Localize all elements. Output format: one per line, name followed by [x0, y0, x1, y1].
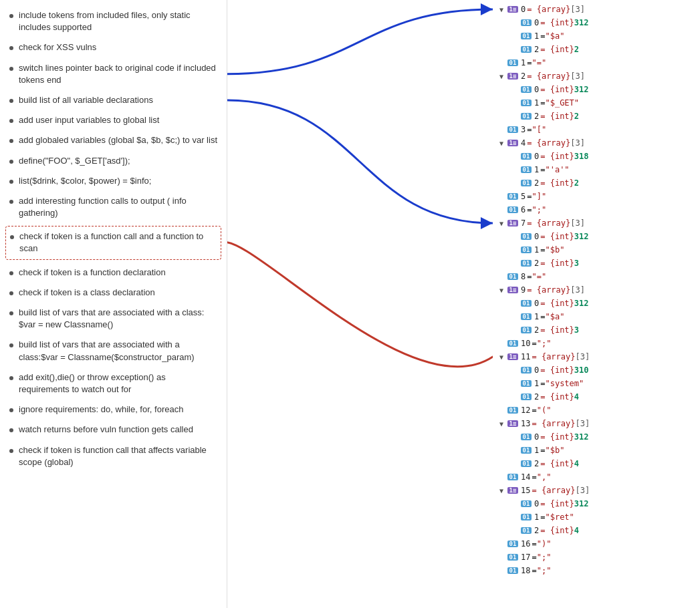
item-6: add globaled variables (global $a, $b, $…	[0, 130, 227, 150]
tree-key: 0	[534, 18, 539, 27]
array-icon: 1≡	[507, 220, 518, 226]
int-icon: 01	[521, 46, 532, 53]
int-icon: 01	[507, 407, 518, 414]
tree-row-28: 011 = "system"	[493, 377, 700, 390]
int-icon: 01	[507, 567, 518, 574]
int-icon: 01	[507, 193, 518, 200]
int-icon: 01	[521, 300, 532, 307]
tree-value: "$b"	[545, 446, 564, 455]
tree-type: = {array}	[532, 419, 575, 428]
tree-row-1: 010 = {int} 312	[493, 16, 700, 29]
tree-key: 14	[521, 472, 530, 482]
tree-key: 2	[534, 459, 539, 468]
tree-row-0: ▼1≡0 = {array} [3]	[493, 3, 700, 16]
tree-value: "$ret"	[545, 512, 574, 522]
tree-row-30: 0112 = "("	[493, 404, 700, 417]
toggle-icon[interactable]: ▼	[499, 73, 507, 80]
tree-type: =	[540, 165, 545, 174]
toggle-icon[interactable]: ▼	[499, 140, 507, 147]
tree-type: = {int}	[540, 499, 574, 508]
toggle-icon[interactable]: ▼	[499, 353, 507, 361]
array-icon: 1≡	[507, 73, 518, 80]
tree-row-9: 013 = "["	[493, 123, 700, 136]
int-icon: 01	[507, 59, 518, 66]
tree-count: [3]	[570, 218, 585, 228]
tree-key: 0	[534, 365, 539, 375]
tree-key: 2	[534, 178, 539, 188]
item-14: build list of vars that are associated w…	[0, 335, 227, 367]
tree-row-41: 0117 = ";"	[493, 551, 700, 564]
tree-type: =	[540, 446, 545, 455]
int-icon: 01	[521, 247, 532, 253]
tree-key: 18	[521, 566, 530, 575]
tree-type: = {int}	[540, 232, 574, 241]
tree-value: 4	[574, 392, 579, 402]
item-9: add interesting function calls to output…	[0, 191, 227, 223]
tree-key: 2	[534, 325, 539, 335]
tree-row-37: 010 = {int} 312	[493, 497, 700, 510]
int-icon: 01	[521, 527, 532, 534]
int-icon: 01	[521, 380, 532, 387]
tree-value: "$_GET"	[545, 98, 579, 108]
tree-row-20: 018 = "="	[493, 270, 700, 283]
int-icon: 01	[521, 460, 532, 467]
toggle-icon[interactable]: ▼	[499, 487, 507, 494]
toggle-icon[interactable]: ▼	[499, 287, 507, 294]
tree-value: 3	[574, 259, 579, 268]
array-icon: 1≡	[507, 140, 518, 146]
int-icon: 01	[507, 554, 518, 561]
toggle-icon[interactable]: ▼	[499, 220, 507, 227]
tree-row-31: ▼1≡13 = {array} [3]	[493, 417, 700, 430]
tree-row-18: 011 = "$b"	[493, 243, 700, 257]
tree-row-6: 010 = {int} 312	[493, 83, 700, 96]
int-icon: 01	[507, 126, 518, 133]
tree-type: = {array}	[527, 285, 570, 295]
tree-key: 1	[534, 165, 539, 174]
tree-row-40: 0116 = ")"	[493, 537, 700, 551]
tree-type: = {int}	[540, 85, 574, 94]
item-13: build list of vars that are associated w…	[0, 303, 227, 335]
int-icon: 01	[521, 180, 532, 186]
int-icon: 01	[521, 327, 532, 333]
tree-row-27: 010 = {int} 310	[493, 363, 700, 377]
middle-area	[227, 0, 493, 608]
tree-value: "system"	[545, 379, 584, 388]
tree-row-11: 010 = {int} 318	[493, 150, 700, 163]
int-icon: 01	[521, 100, 532, 106]
tree-key: 2	[534, 259, 539, 268]
array-icon: 1≡	[507, 420, 518, 427]
tree-value: ")"	[537, 539, 552, 549]
int-icon: 01	[507, 206, 518, 213]
tree-value: 312	[574, 499, 589, 508]
tree-value: 318	[574, 152, 589, 161]
tree-type: = {array}	[532, 486, 575, 495]
toggle-icon[interactable]: ▼	[499, 420, 507, 428]
tree-value: 2	[574, 178, 579, 188]
tree-row-34: 012 = {int} 4	[493, 457, 700, 470]
tree-key: 2	[534, 112, 539, 121]
tree-type: =	[540, 245, 545, 255]
tree-key: 2	[534, 45, 539, 54]
tree-row-36: ▼1≡15 = {array} [3]	[493, 484, 700, 497]
tree-row-29: 012 = {int} 4	[493, 390, 700, 404]
tree-type: =	[532, 472, 536, 482]
item-15: add exit(),die() or throw exception() as…	[0, 367, 227, 400]
tree-key: 3	[521, 125, 526, 134]
tree-row-10: ▼1≡4 = {array} [3]	[493, 136, 700, 150]
tree-type: = {int}	[540, 18, 574, 27]
tree-value: "$a"	[545, 31, 564, 41]
int-icon: 01	[521, 500, 532, 507]
tree-key: 5	[521, 192, 526, 201]
tree-row-33: 011 = "$b"	[493, 444, 700, 457]
tree-value: 4	[574, 526, 579, 535]
tree-key: 1	[534, 446, 539, 455]
tree-value: "["	[532, 125, 546, 134]
int-icon: 01	[507, 474, 518, 480]
tree-count: [3]	[575, 419, 590, 428]
tree-key: 4	[521, 138, 526, 148]
tree-key: 1	[534, 512, 539, 522]
tree-row-35: 0114 = ","	[493, 470, 700, 484]
toggle-icon[interactable]: ▼	[499, 6, 507, 13]
tree-row-25: 0110 = ";"	[493, 337, 700, 350]
tree-row-23: 011 = "$a"	[493, 310, 700, 323]
